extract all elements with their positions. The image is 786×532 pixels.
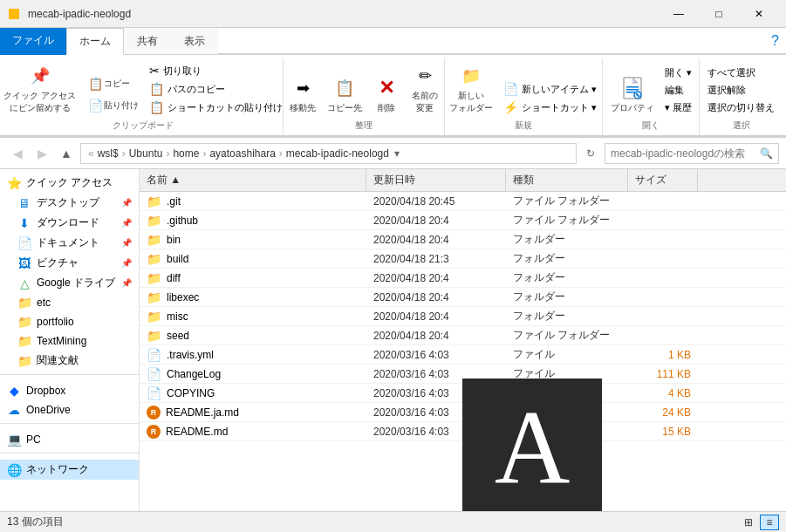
path-repo[interactable]: mecab-ipadic-neologd bbox=[286, 147, 389, 160]
minimize-button[interactable]: — bbox=[659, 0, 699, 28]
copy-icon: 📋 bbox=[86, 75, 104, 92]
new-folder-button[interactable]: 📁 新しいフォルダー bbox=[446, 60, 496, 116]
table-row[interactable]: 📁diff 2020/04/18 20:4 フォルダー bbox=[140, 269, 786, 288]
sidebar-item-dropbox[interactable]: ◆ Dropbox bbox=[0, 381, 139, 400]
ribbon-group-organize: ➡ 移動先 📋 コピー先 ✕ 削除 ✏ 名前の変更 整理 bbox=[284, 58, 444, 135]
open-col: 開く ▾ 編集 ▾ 展歴 bbox=[661, 65, 695, 116]
maximize-button[interactable]: □ bbox=[699, 0, 739, 28]
dropbox-icon: ◆ bbox=[7, 384, 21, 398]
select-label: 選択 bbox=[733, 118, 750, 135]
help-button[interactable]: ? bbox=[764, 28, 786, 54]
close-button[interactable]: ✕ bbox=[739, 0, 779, 28]
folder-icon: 📁 bbox=[147, 233, 161, 247]
copy-to-button[interactable]: 📋 コピー先 bbox=[324, 72, 366, 116]
open-button[interactable]: 開く ▾ bbox=[661, 65, 695, 81]
rename-icon: ✏ bbox=[411, 62, 439, 90]
col-header-size[interactable]: サイズ bbox=[628, 169, 698, 191]
window-title: mecab-ipadic-neologd bbox=[28, 8, 659, 20]
sidebar-item-desktop[interactable]: 🖥 デスクトップ 📌 bbox=[0, 193, 139, 213]
path-ubuntu[interactable]: Ubuntu bbox=[129, 147, 163, 160]
sidebar-item-downloads[interactable]: ⬇ ダウンロード 📌 bbox=[0, 213, 139, 233]
path-wsl[interactable]: wsl$ bbox=[98, 147, 119, 160]
table-row[interactable]: 📄.travis.yml 2020/03/16 4:03 ファイル 1 KB bbox=[140, 345, 786, 365]
system-menu-icon[interactable] bbox=[7, 7, 21, 21]
sidebar-item-textmining[interactable]: 📁 TextMining bbox=[0, 331, 139, 351]
table-row[interactable]: 📁.git 2020/04/18 20:45 ファイル フォルダー bbox=[140, 192, 786, 211]
deselect-button[interactable]: 選択解除 bbox=[704, 82, 778, 99]
table-row[interactable]: 📁build 2020/04/18 21:3 フォルダー bbox=[140, 249, 786, 269]
status-bar: 13 個の項目 ⊞ ≡ bbox=[0, 511, 786, 532]
table-row[interactable]: 📁seed 2020/04/18 20:4 ファイル フォルダー bbox=[140, 326, 786, 345]
move-to-button[interactable]: ➡ 移動先 bbox=[285, 72, 320, 116]
file-header: 名前 ▲ 更新日時 種類 サイズ bbox=[140, 169, 786, 192]
sidebar-item-gdrive[interactable]: △ Google ドライブ 📌 bbox=[0, 273, 139, 293]
address-path[interactable]: « wsl$ › Ubuntu › home › ayatoashihara ›… bbox=[80, 143, 577, 164]
list-view-button[interactable]: ≡ bbox=[760, 515, 779, 530]
col-header-date[interactable]: 更新日時 bbox=[366, 169, 506, 191]
properties-button[interactable]: プロパティ bbox=[607, 72, 658, 116]
col-header-type[interactable]: 種類 bbox=[506, 169, 628, 191]
refresh-button[interactable]: ↻ bbox=[580, 143, 601, 164]
rename-button[interactable]: ✏ 名前の変更 bbox=[407, 60, 442, 116]
sidebar-item-portfolio[interactable]: 📁 portfolio bbox=[0, 312, 139, 331]
svg-rect-0 bbox=[9, 9, 19, 19]
ribbon-group-select: すべて選択 選択解除 選択の切り替え 選択 bbox=[700, 58, 783, 135]
shortcut-paste-button[interactable]: 📋 ショートカットの貼り付け bbox=[146, 99, 286, 116]
forward-button[interactable]: ▶ bbox=[31, 143, 52, 164]
sidebar-item-pc[interactable]: 💻 PC bbox=[0, 430, 139, 449]
tab-file[interactable]: ファイル bbox=[0, 28, 66, 55]
invert-select-button[interactable]: 選択の切り替え bbox=[704, 99, 778, 116]
shortcut-icon: ⚡ bbox=[503, 100, 518, 114]
svg-rect-2 bbox=[626, 86, 639, 88]
svg-rect-4 bbox=[626, 92, 635, 93]
grid-view-button[interactable]: ⊞ bbox=[739, 515, 758, 530]
quick-access-button[interactable]: 📌 クイック アクセスにピン留めする bbox=[0, 60, 79, 116]
search-box: 🔍 bbox=[605, 143, 779, 164]
sidebar-item-documents[interactable]: 📄 ドキュメント 📌 bbox=[0, 233, 139, 253]
tab-share[interactable]: 共有 bbox=[124, 28, 171, 55]
sidebar: ⭐ クイック アクセス 🖥 デスクトップ 📌 ⬇ ダウンロード 📌 📄 ドキュメ… bbox=[0, 169, 140, 532]
cut-button[interactable]: ✂ 切り取り bbox=[146, 62, 286, 79]
properties-icon bbox=[619, 74, 646, 102]
new-item-button[interactable]: 📄 新しいアイテム ▾ bbox=[500, 80, 600, 98]
delete-button[interactable]: ✕ 削除 bbox=[369, 72, 404, 116]
new-folder-icon: 📁 bbox=[457, 62, 485, 90]
folder-icon: 📁 bbox=[147, 194, 161, 208]
svg-rect-3 bbox=[626, 89, 639, 91]
paste-button[interactable]: 📄 貼り付け bbox=[83, 95, 142, 116]
copy-button[interactable]: 📋 コピー bbox=[83, 73, 142, 94]
new-label: 新規 bbox=[515, 118, 532, 135]
tab-view[interactable]: 表示 bbox=[171, 28, 218, 55]
sidebar-item-related[interactable]: 📁 関連文献 bbox=[0, 351, 139, 371]
new-items: 📁 新しいフォルダー 📄 新しいアイテム ▾ ⚡ ショートカット ▾ bbox=[446, 58, 600, 118]
back-button[interactable]: ◀ bbox=[7, 143, 28, 164]
window-controls: — □ ✕ bbox=[659, 0, 779, 28]
edit-button[interactable]: 編集 bbox=[661, 82, 695, 99]
sidebar-item-network[interactable]: 🌐 ネットワーク bbox=[0, 460, 139, 480]
clipboard-items: 📌 クイック アクセスにピン留めする 📋 コピー 📄 貼り付け ✂ bbox=[0, 58, 286, 118]
clipboard-label: クリップボード bbox=[113, 118, 174, 135]
table-row[interactable]: 📁libexec 2020/04/18 20:4 フォルダー bbox=[140, 288, 786, 307]
up-button[interactable]: ▲ bbox=[56, 143, 77, 164]
history-button[interactable]: ▾ 展歴 bbox=[661, 99, 695, 116]
table-row[interactable]: 📁.github 2020/04/18 20:4 ファイル フォルダー bbox=[140, 211, 786, 230]
paste-icon: 📄 bbox=[86, 97, 104, 114]
sidebar-item-onedrive[interactable]: ☁ OneDrive bbox=[0, 400, 139, 419]
tab-home[interactable]: ホーム bbox=[66, 28, 124, 55]
sidebar-item-etc[interactable]: 📁 etc bbox=[0, 293, 139, 312]
table-row[interactable]: 📁misc 2020/04/18 20:4 フォルダー bbox=[140, 307, 786, 326]
table-row[interactable]: 📁bin 2020/04/18 20:4 フォルダー bbox=[140, 230, 786, 249]
path-home[interactable]: home bbox=[173, 147, 199, 160]
view-buttons: ⊞ ≡ bbox=[739, 515, 779, 530]
search-input[interactable] bbox=[611, 147, 756, 160]
pin-indicator-pic: 📌 bbox=[121, 258, 132, 268]
sidebar-item-quick-access[interactable]: ⭐ クイック アクセス bbox=[0, 173, 139, 193]
path-user[interactable]: ayatoashihara bbox=[209, 147, 275, 160]
sidebar-item-pictures[interactable]: 🖼 ビクチャ 📌 bbox=[0, 253, 139, 273]
path-copy-button[interactable]: 📋 パスのコピー bbox=[146, 80, 286, 98]
easy-access-button[interactable]: ⚡ ショートカット ▾ bbox=[500, 99, 600, 116]
folder-icon: 📁 bbox=[147, 310, 161, 324]
col-header-name[interactable]: 名前 ▲ bbox=[140, 169, 366, 191]
pictures-icon: 🖼 bbox=[17, 256, 31, 270]
select-all-button[interactable]: すべて選択 bbox=[704, 65, 778, 81]
